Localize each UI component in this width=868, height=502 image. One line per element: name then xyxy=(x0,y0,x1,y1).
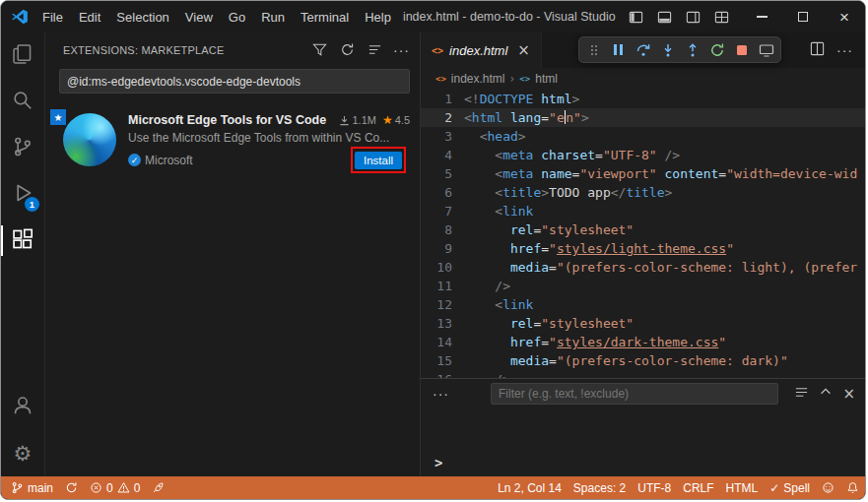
customize-layout-icon[interactable] xyxy=(714,10,729,25)
vscode-window: File Edit Selection View Go Run Terminal… xyxy=(0,0,866,500)
split-editor-icon[interactable] xyxy=(810,41,825,60)
download-icon xyxy=(339,115,350,126)
tab-close-icon[interactable]: × xyxy=(517,41,530,59)
bell-icon xyxy=(846,481,859,494)
line-number: 10 xyxy=(421,258,464,277)
menu-terminal[interactable]: Terminal xyxy=(293,10,357,25)
line-number: 3 xyxy=(421,127,464,146)
menu-run[interactable]: Run xyxy=(253,10,293,25)
code-line[interactable]: 8 rel="stylesheet" xyxy=(421,220,865,239)
feedback-status[interactable] xyxy=(816,476,840,499)
panel-overflow-icon[interactable]: ··· xyxy=(433,386,449,402)
activity-account[interactable] xyxy=(1,384,44,430)
menu-selection[interactable]: Selection xyxy=(108,10,176,25)
line-number: 15 xyxy=(421,351,464,370)
branch-status[interactable]: main xyxy=(1,476,59,499)
spell-checker-status[interactable]: ✓ Spell xyxy=(764,476,816,499)
restart-icon[interactable] xyxy=(704,38,729,61)
stop-icon[interactable] xyxy=(729,38,754,61)
breadcrumb-file[interactable]: index.html xyxy=(451,72,505,86)
toolbar-grip-icon[interactable] xyxy=(581,38,606,61)
extensions-search-input[interactable] xyxy=(59,69,410,94)
code-line[interactable]: 6 <title>TODO app</title> xyxy=(421,183,865,202)
code-line[interactable]: 5 <meta name="viewport" content="width=d… xyxy=(421,164,865,183)
encoding-status[interactable]: UTF-8 xyxy=(632,476,677,499)
tab-index-html[interactable]: <> index.html × xyxy=(421,32,542,68)
panel-menu-icon[interactable] xyxy=(794,385,809,404)
activity-bar: 1 ⚙ xyxy=(1,32,44,476)
notifications-status[interactable] xyxy=(840,476,865,499)
code-line[interactable]: 7 <link xyxy=(421,202,865,220)
launch-status[interactable] xyxy=(146,476,170,499)
branch-icon xyxy=(11,481,24,494)
minimize-button[interactable] xyxy=(741,1,782,32)
toggle-panel-icon[interactable] xyxy=(657,10,672,25)
code-line[interactable]: 15 media="(prefers-color-scheme: dark)" xyxy=(421,351,865,370)
code-line[interactable]: 9 href="styles/light-theme.css" xyxy=(421,239,865,258)
activity-run-debug[interactable]: 1 xyxy=(1,171,44,218)
menu-go[interactable]: Go xyxy=(221,10,253,25)
install-button[interactable]: Install xyxy=(355,152,402,169)
panel-maximize-icon[interactable] xyxy=(819,385,833,403)
code-line[interactable]: 16 /> xyxy=(421,370,865,378)
menu-view[interactable]: View xyxy=(177,10,221,25)
screencast-icon[interactable] xyxy=(754,38,778,61)
sync-status[interactable] xyxy=(59,476,84,499)
step-into-icon[interactable] xyxy=(655,38,680,61)
line-number: 16 xyxy=(421,370,464,378)
activity-settings[interactable]: ⚙ xyxy=(1,430,44,476)
filter-icon[interactable] xyxy=(310,41,328,59)
vscode-logo-icon xyxy=(11,8,29,26)
code-editor[interactable]: 1<!DOCTYPE html>2<html lang="en">3 <head… xyxy=(421,90,865,378)
activity-source-control[interactable] xyxy=(1,125,44,171)
step-out-icon[interactable] xyxy=(680,38,704,61)
debug-console-panel: ··· × > xyxy=(421,378,865,476)
account-icon xyxy=(12,395,33,420)
extension-publisher: ✓ Microsoft xyxy=(128,154,355,167)
code-line[interactable]: 14 href="styles/dark-theme.css" xyxy=(421,333,865,351)
menu-help[interactable]: Help xyxy=(357,10,399,25)
code-line[interactable]: 13 rel="stylesheet" xyxy=(421,314,865,333)
html-file-icon: <> xyxy=(432,45,443,56)
warning-icon xyxy=(117,481,130,494)
line-number: 1 xyxy=(421,90,464,108)
verified-publisher-icon: ✓ xyxy=(128,154,141,166)
close-button[interactable]: × xyxy=(824,1,865,32)
activity-extensions[interactable] xyxy=(1,218,44,264)
activity-search[interactable] xyxy=(1,79,44,125)
breadcrumb-file-icon: <> xyxy=(435,74,446,84)
code-line[interactable]: 11 /> xyxy=(421,277,865,295)
code-line[interactable]: 3 <head> xyxy=(421,127,865,146)
console-filter-input[interactable] xyxy=(491,383,778,405)
pause-icon[interactable] xyxy=(606,38,631,61)
menu-file[interactable]: File xyxy=(34,10,71,25)
language-mode-status[interactable]: HTML xyxy=(720,476,765,499)
clear-results-icon[interactable] xyxy=(366,41,383,59)
code-line[interactable]: 2<html lang="en"> xyxy=(421,108,865,127)
breadcrumb-symbol[interactable]: html xyxy=(535,72,558,86)
toggle-sidebar-icon[interactable] xyxy=(629,10,643,25)
indentation-status[interactable]: Spaces: 2 xyxy=(568,476,632,499)
problems-status[interactable]: 0 0 xyxy=(84,476,146,499)
code-line[interactable]: 12 <link xyxy=(421,295,865,314)
debug-toolbar xyxy=(578,36,781,63)
step-over-icon[interactable] xyxy=(631,38,655,61)
refresh-icon[interactable] xyxy=(338,41,356,59)
activity-explorer[interactable] xyxy=(1,32,44,79)
code-line[interactable]: 10 media="(prefers-color-scheme: light),… xyxy=(421,258,865,277)
maximize-button[interactable] xyxy=(782,1,824,32)
more-actions-icon[interactable]: ··· xyxy=(393,42,410,58)
code-line[interactable]: 4 <meta charset="UTF-8" /> xyxy=(421,146,865,164)
code-line[interactable]: 1<!DOCTYPE html> xyxy=(421,90,865,108)
console-output[interactable] xyxy=(421,408,865,476)
menu-edit[interactable]: Edit xyxy=(71,10,108,25)
editor-more-icon[interactable]: ··· xyxy=(836,42,853,58)
cursor-position-status[interactable]: Ln 2, Col 14 xyxy=(492,476,568,499)
extension-card[interactable]: ★ Microsoft Edge Tools for VS Code 1.1M … xyxy=(45,101,420,181)
eol-status[interactable]: CRLF xyxy=(677,476,719,499)
line-number: 7 xyxy=(421,202,464,220)
toggle-secondary-sidebar-icon[interactable] xyxy=(686,10,701,25)
panel-close-icon[interactable]: × xyxy=(842,385,855,403)
window-title: index.html - demo-to-do - Visual Studio … xyxy=(399,10,617,24)
console-prompt-icon[interactable]: > xyxy=(434,455,442,471)
